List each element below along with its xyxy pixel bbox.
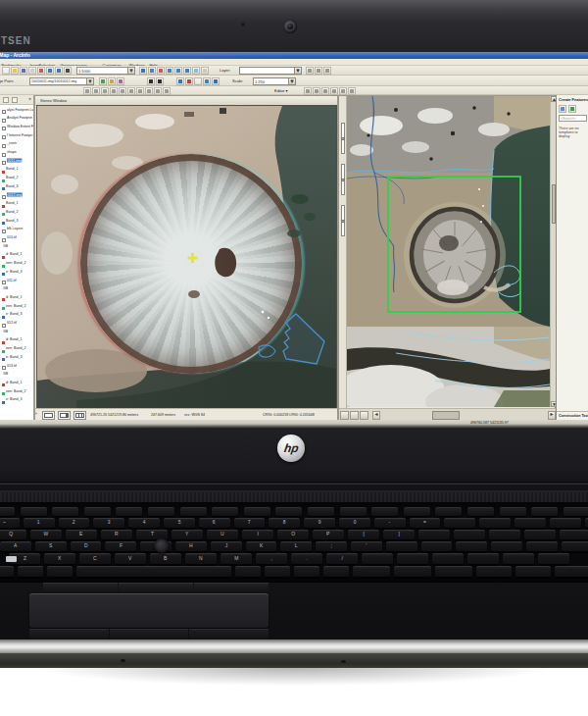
editor-menu[interactable]: Editor ▾: [274, 88, 288, 93]
chevron-down-icon[interactable]: ▼: [294, 68, 301, 74]
prev-extent-icon[interactable]: [174, 67, 182, 75]
toc-layer-row[interactable]: Band_1: [0, 199, 34, 207]
zoom-mode-icon[interactable]: [350, 411, 359, 420]
toc-layer-row[interactable]: GB: [0, 370, 34, 378]
arc-segment-icon[interactable]: [110, 87, 118, 95]
toc-layer-row[interactable]: d: Band_1: [0, 292, 34, 300]
stereo-map-canvas[interactable]: [37, 106, 336, 408]
more-tools-icon[interactable]: [323, 67, 331, 75]
y-parallax-slider[interactable]: [341, 164, 345, 195]
toc-layer-row[interactable]: 010.tif: [0, 233, 34, 241]
map-scale-combo[interactable]: 1:1000▼: [76, 67, 135, 75]
attributes-icon[interactable]: [330, 87, 338, 95]
template-search-input[interactable]: <Search>: [559, 115, 587, 122]
grid-view-icon[interactable]: [339, 87, 347, 95]
toc-layer-row[interactable]: 011.tif: [0, 276, 34, 283]
print-icon[interactable]: [28, 67, 36, 75]
toc-layer-row[interactable]: GB: [0, 241, 34, 249]
toc-layer-row[interactable]: een: Band_2: [0, 344, 34, 352]
add-layer-icon[interactable]: [306, 67, 314, 75]
toc-layer-row[interactable]: d: Band_1: [0, 378, 34, 385]
target-layer-icon[interactable]: [313, 87, 320, 95]
toc-layer-row[interactable]: Band_2: [0, 207, 34, 215]
stereo-model-icon[interactable]: [99, 77, 107, 85]
link-view-icon[interactable]: [360, 411, 368, 420]
x-parallax-slider[interactable]: [341, 123, 345, 154]
zoom-out-icon[interactable]: [185, 77, 193, 85]
toc-layer-row[interactable]: een: Band_2: [0, 259, 34, 267]
trace-icon[interactable]: [119, 87, 126, 95]
layer-combo[interactable]: ▼: [239, 67, 302, 75]
tangent-icon[interactable]: [163, 87, 171, 95]
chevron-down-icon[interactable]: ▼: [86, 78, 93, 84]
hscroll-thumb[interactable]: [432, 411, 460, 420]
toc-layer-row[interactable]: d: Band_1: [0, 250, 34, 258]
full-extent-icon[interactable]: [203, 77, 211, 85]
fixed-zoom-out-icon[interactable]: [157, 67, 165, 75]
next-extent-icon[interactable]: [183, 67, 191, 75]
toc-layer-row[interactable]: Band_2: [0, 174, 34, 181]
image-pair-combo[interactable]: 10010011.img/10010012.img▼: [29, 77, 94, 85]
sketch-icon[interactable]: [92, 87, 100, 95]
edit-layer-icon[interactable]: [315, 67, 322, 75]
refresh-templates-icon[interactable]: [568, 105, 576, 113]
pan-mode-icon[interactable]: [340, 411, 349, 420]
new-icon[interactable]: [2, 67, 10, 75]
capture-icon[interactable]: [117, 77, 124, 85]
toc-layer-row[interactable]: 013.tif: [0, 361, 34, 369]
select-features-icon[interactable]: [192, 67, 200, 75]
split-view-button[interactable]: [74, 411, 86, 420]
toc-layer-label: d: Band_1: [6, 294, 22, 298]
pan-icon[interactable]: [194, 77, 202, 85]
close-icon[interactable]: ✕: [28, 97, 31, 101]
cut-icon[interactable]: [37, 67, 45, 75]
clear-selection-icon[interactable]: [201, 67, 209, 75]
undo-icon[interactable]: [46, 67, 54, 75]
vertex-icon[interactable]: [136, 87, 144, 95]
straight-segment-icon[interactable]: [101, 87, 109, 95]
topo-edit-icon[interactable]: [156, 77, 164, 85]
open-icon[interactable]: [11, 67, 19, 75]
toc-layer-row[interactable]: GB: [0, 327, 34, 334]
stereo-window-header[interactable]: Stereo Window: [35, 96, 337, 106]
add-data-icon[interactable]: [64, 67, 72, 75]
organize-templates-icon[interactable]: [559, 105, 566, 113]
fixed-zoom-in-icon[interactable]: [148, 67, 156, 75]
toc-layer-row[interactable]: 012.tif: [0, 319, 34, 327]
snapping-icon[interactable]: [304, 87, 312, 95]
scroll-right-icon[interactable]: ►: [548, 411, 556, 420]
chevron-down-icon[interactable]: ▼: [127, 68, 134, 74]
scroll-left-icon[interactable]: ◄: [372, 411, 380, 420]
reference-map-canvas[interactable]: [347, 96, 550, 407]
toc-layer-row[interactable]: GB: [0, 284, 34, 292]
cursor-height-icon[interactable]: [108, 77, 116, 85]
list-by-source-icon[interactable]: [12, 97, 18, 103]
toc-layer-row[interactable]: een: Band_2: [0, 386, 34, 394]
stereo-view-button[interactable]: [58, 411, 71, 420]
toc-layer-row[interactable]: d: Band_1: [0, 335, 34, 343]
full-extent-icon[interactable]: [166, 67, 173, 75]
redo-icon[interactable]: [55, 67, 63, 75]
endpoint-arc-icon[interactable]: [145, 87, 153, 95]
toc-layer-row[interactable]: 0011.img: [0, 156, 34, 164]
toc-layer-row[interactable]: e: Band_3: [0, 395, 34, 403]
stereo-scale-combo[interactable]: 1:250▼: [253, 77, 296, 85]
edit-tool-icon[interactable]: [83, 87, 91, 95]
toolbar-overflow-icon[interactable]: »: [35, 412, 37, 416]
select-elements-icon[interactable]: [139, 67, 147, 75]
chevron-down-icon[interactable]: ▼: [288, 78, 295, 84]
toc-layer-row[interactable]: een: Band_2: [0, 301, 34, 309]
z-elevation-slider[interactable]: [341, 205, 345, 236]
toc-layer-row[interactable]: Band_1: [0, 165, 34, 173]
single-view-button[interactable]: [42, 411, 55, 420]
window-titlebar[interactable]: ArcMap - ArcInfo: [0, 52, 588, 59]
back-extent-icon[interactable]: [212, 77, 220, 85]
edit-arrow-icon[interactable]: [147, 77, 155, 85]
save-icon[interactable]: [20, 67, 27, 75]
midpoint-icon[interactable]: [127, 87, 135, 95]
zoom-in-icon[interactable]: [176, 77, 184, 85]
sketch-properties-icon[interactable]: [321, 87, 329, 95]
intersection-icon[interactable]: [154, 87, 162, 95]
toc-layer-row[interactable]: 0012.img: [0, 190, 34, 198]
table-view-icon[interactable]: [348, 87, 356, 95]
